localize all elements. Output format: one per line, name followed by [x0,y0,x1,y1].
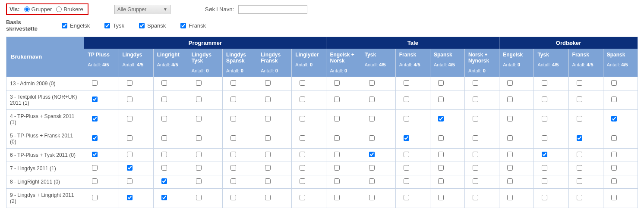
checkbox-engelsk_norsk[interactable] [334,178,340,184]
checkbox-spansk[interactable] [438,116,444,121]
basis-fransk[interactable]: Fransk [180,22,206,29]
checkbox-spansk[interactable] [438,178,444,184]
checkbox-lingdys[interactable] [127,80,133,86]
checkbox-tysk[interactable] [369,178,375,184]
checkbox-linglyder[interactable] [300,165,305,171]
checkbox-lingdys[interactable] [127,152,133,157]
checkbox-engelsk_norsk[interactable] [334,165,340,171]
basis-spansk[interactable]: Spansk [139,22,166,29]
checkbox-lingdys_fransk[interactable] [265,97,271,102]
checkbox-fransk[interactable] [404,152,409,157]
checkbox-fransk[interactable] [404,195,409,200]
checkbox-lingdys_spansk[interactable] [230,165,236,171]
checkbox-ob_fransk[interactable] [577,165,582,171]
checkbox-spansk[interactable] [438,165,444,171]
checkbox-lingright[interactable] [161,80,167,86]
checkbox-lingright[interactable] [161,135,167,141]
checkbox-norsk_nynorsk[interactable] [473,152,478,157]
checkbox-lingright[interactable] [161,178,167,184]
checkbox-spansk[interactable] [438,135,444,141]
checkbox-lingright[interactable] [161,195,167,200]
checkbox-linglyder[interactable] [300,80,305,86]
radio-grupper[interactable]: Grupper [24,6,52,12]
checkbox-lingdys_tysk[interactable] [196,135,202,141]
checkbox-lingdys_fransk[interactable] [265,116,271,121]
checkbox-ob_engelsk[interactable] [507,178,513,184]
checkbox-ob_engelsk[interactable] [507,116,513,121]
checkbox-tysk[interactable] [369,97,375,102]
checkbox-lingdys_fransk[interactable] [265,135,271,141]
checkbox-norsk_nynorsk[interactable] [473,80,478,86]
checkbox-linglyder[interactable] [300,135,305,141]
checkbox-ob_spansk[interactable] [611,152,617,157]
checkbox-tysk[interactable] [369,195,375,200]
checkbox-lingdys_spansk[interactable] [230,116,236,121]
checkbox-lingdys_tysk[interactable] [196,80,202,86]
checkbox-tp_pluss[interactable] [92,165,98,171]
checkbox-engelsk_norsk[interactable] [334,116,340,121]
checkbox-norsk_nynorsk[interactable] [473,165,478,171]
checkbox-ob_fransk[interactable] [577,80,582,86]
checkbox-tp_pluss[interactable] [92,97,98,102]
checkbox-lingdys[interactable] [127,97,133,102]
checkbox-fransk[interactable] [404,97,409,102]
checkbox-engelsk_norsk[interactable] [334,135,340,141]
checkbox-lingdys_tysk[interactable] [196,165,202,171]
checkbox-lingright[interactable] [161,165,167,171]
checkbox-lingdys_tysk[interactable] [196,97,202,102]
checkbox-ob_spansk[interactable] [611,195,617,200]
checkbox-fransk[interactable] [404,165,409,171]
checkbox-engelsk_norsk[interactable] [334,195,340,200]
checkbox-ob_spansk[interactable] [611,116,617,121]
group-select[interactable]: Alle Grupper ▼ [114,5,170,14]
checkbox-tysk[interactable] [369,165,375,171]
search-input[interactable] [238,5,307,14]
checkbox-tysk[interactable] [369,152,375,157]
checkbox-ob_fransk[interactable] [577,195,582,200]
checkbox-engelsk_norsk[interactable] [334,80,340,86]
checkbox-ob_engelsk[interactable] [507,97,513,102]
checkbox-fransk[interactable] [404,116,409,121]
checkbox-linglyder[interactable] [300,178,305,184]
checkbox-ob_tysk[interactable] [542,152,547,157]
checkbox-lingright[interactable] [161,152,167,157]
checkbox-engelsk_norsk[interactable] [334,97,340,102]
checkbox-ob_fransk[interactable] [577,116,582,121]
basis-tysk[interactable]: Tysk [104,22,124,29]
checkbox-lingdys_spansk[interactable] [230,135,236,141]
checkbox-norsk_nynorsk[interactable] [473,97,478,102]
checkbox-norsk_nynorsk[interactable] [473,135,478,141]
checkbox-ob_engelsk[interactable] [507,135,513,141]
checkbox-ob_spansk[interactable] [611,97,617,102]
checkbox-lingdys[interactable] [127,165,133,171]
checkbox-ob_tysk[interactable] [542,97,547,102]
checkbox-ob_fransk[interactable] [577,178,582,184]
checkbox-ob_tysk[interactable] [542,116,547,121]
checkbox-linglyder[interactable] [300,195,305,200]
checkbox-lingdys_fransk[interactable] [265,195,271,200]
checkbox-lingright[interactable] [161,97,167,102]
checkbox-lingdys_tysk[interactable] [196,195,202,200]
checkbox-lingdys_fransk[interactable] [265,152,271,157]
checkbox-ob_fransk[interactable] [577,135,582,141]
checkbox-lingdys_spansk[interactable] [230,152,236,157]
checkbox-ob_spansk[interactable] [611,165,617,171]
checkbox-lingdys_fransk[interactable] [265,178,271,184]
checkbox-ob_engelsk[interactable] [507,80,513,86]
checkbox-engelsk_norsk[interactable] [334,152,340,157]
checkbox-fransk[interactable] [404,178,409,184]
checkbox-ob_spansk[interactable] [611,80,617,86]
checkbox-ob_tysk[interactable] [542,135,547,141]
checkbox-norsk_nynorsk[interactable] [473,195,478,200]
checkbox-ob_spansk[interactable] [611,135,617,141]
checkbox-lingdys_tysk[interactable] [196,116,202,121]
checkbox-lingdys_spansk[interactable] [230,178,236,184]
checkbox-ob_tysk[interactable] [542,178,547,184]
checkbox-lingdys_spansk[interactable] [230,195,236,200]
checkbox-lingdys[interactable] [127,116,133,121]
checkbox-tp_pluss[interactable] [92,80,98,86]
basis-spansk-checkbox[interactable] [139,23,145,28]
checkbox-tysk[interactable] [369,116,375,121]
checkbox-lingdys_fransk[interactable] [265,165,271,171]
radio-brukere-input[interactable] [56,6,62,12]
